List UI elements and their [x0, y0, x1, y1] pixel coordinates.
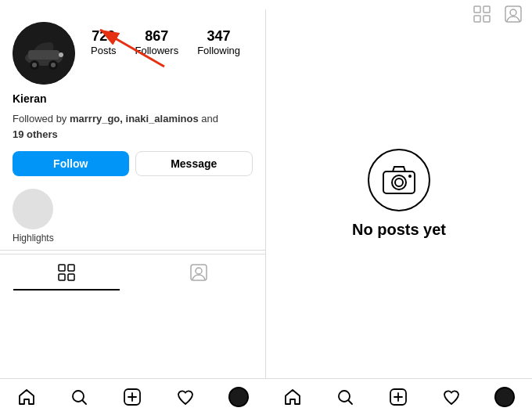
- camera-icon: [382, 165, 416, 195]
- nav-add-right[interactable]: [383, 383, 414, 411]
- svg-point-21: [510, 9, 516, 16]
- svg-point-31: [230, 388, 249, 407]
- right-panel: No posts yet: [266, 9, 532, 378]
- following-label: Following: [197, 45, 240, 56]
- tab-grid[interactable]: [0, 254, 133, 290]
- stat-following[interactable]: 347 Following: [197, 28, 240, 56]
- svg-rect-4: [28, 50, 59, 60]
- follow-button[interactable]: Follow: [13, 151, 129, 176]
- top-bar: [0, 0, 532, 9]
- profile-avatar-left: [230, 388, 249, 407]
- followed-by-prefix: Followed by: [13, 113, 70, 125]
- svg-rect-11: [68, 265, 74, 271]
- username: Kieran: [0, 88, 265, 108]
- profile-section: 729 Posts 867 Followers 347 Following: [0, 16, 265, 88]
- action-buttons: Follow Message: [0, 145, 265, 182]
- svg-point-24: [395, 179, 403, 186]
- followers-label: Followers: [135, 45, 179, 56]
- bottom-nav-right: [266, 382, 532, 412]
- svg-rect-13: [68, 274, 74, 280]
- stat-posts[interactable]: 729 Posts: [91, 28, 117, 56]
- bottom-nav: [0, 378, 532, 415]
- followed-by-suffix: and: [199, 113, 218, 125]
- followers-count: 867: [145, 28, 168, 45]
- svg-rect-17: [483, 9, 490, 13]
- stat-followers[interactable]: 867 Followers: [135, 28, 179, 56]
- following-count: 347: [207, 28, 231, 45]
- highlight-circle[interactable]: [13, 189, 53, 229]
- stats-row: 729 Posts 867 Followers 347 Following: [91, 22, 253, 56]
- nav-profile-left[interactable]: [222, 382, 255, 412]
- nav-heart-left[interactable]: [170, 383, 201, 411]
- svg-line-33: [349, 401, 353, 405]
- avatar: [13, 22, 75, 85]
- add-icon-left: [123, 388, 142, 406]
- nav-home-left[interactable]: [11, 383, 42, 411]
- svg-rect-10: [59, 265, 65, 271]
- search-icon-right: [336, 388, 354, 406]
- person-tag-icon: [190, 264, 207, 281]
- highlights-section: Highlights: [0, 182, 265, 250]
- no-posts-text: No posts yet: [352, 221, 446, 239]
- svg-rect-18: [474, 16, 480, 22]
- left-top-icons: [0, 9, 265, 16]
- followed-by-text: Followed by marrry_go, inaki_alaminos an…: [0, 108, 265, 145]
- followed-by-others: 19 others: [13, 128, 58, 140]
- home-icon-left: [17, 388, 36, 406]
- svg-point-23: [392, 175, 406, 189]
- svg-point-9: [59, 52, 63, 57]
- svg-point-8: [51, 63, 56, 67]
- posts-label: Posts: [91, 45, 117, 56]
- svg-point-15: [196, 268, 202, 274]
- nav-home-right[interactable]: [277, 383, 308, 411]
- nav-profile-right[interactable]: [488, 382, 521, 412]
- highlights-label: Highlights: [13, 233, 53, 244]
- grid-icon-top[interactable]: [473, 9, 491, 23]
- right-top-icons: [473, 9, 523, 23]
- no-posts-icon: [368, 149, 430, 211]
- grid-icon: [58, 264, 75, 281]
- svg-point-37: [496, 388, 515, 407]
- nav-search-right[interactable]: [329, 383, 361, 411]
- heart-icon-left: [176, 388, 195, 406]
- home-icon-right: [283, 388, 302, 406]
- message-button[interactable]: Message: [135, 151, 253, 176]
- svg-point-25: [408, 175, 412, 178]
- nav-search-left[interactable]: [63, 383, 95, 411]
- search-icon-left: [70, 388, 88, 406]
- profile-avatar-right: [496, 388, 515, 407]
- posts-count: 729: [92, 28, 115, 45]
- svg-rect-12: [59, 274, 65, 280]
- add-icon-right: [389, 388, 408, 406]
- person-icon-top[interactable]: [504, 9, 523, 23]
- bottom-nav-left: [0, 382, 266, 412]
- nav-add-left[interactable]: [117, 383, 148, 411]
- svg-rect-19: [483, 16, 490, 22]
- svg-line-27: [83, 401, 87, 405]
- svg-rect-16: [474, 9, 480, 13]
- nav-heart-right[interactable]: [436, 383, 467, 411]
- heart-icon-right: [442, 388, 461, 406]
- svg-point-6: [32, 63, 37, 67]
- followed-by-names: marrry_go, inaki_alaminos: [70, 113, 199, 125]
- tab-tagged[interactable]: [133, 254, 266, 290]
- tab-bar: [0, 254, 265, 290]
